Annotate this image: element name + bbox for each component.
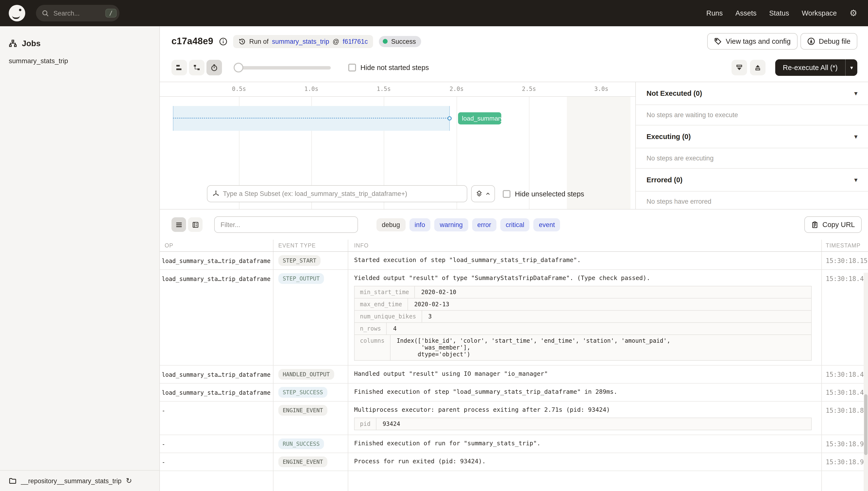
log-timestamp: 15:30:18.442 <box>826 371 868 378</box>
event-type-pill: ENGINE_EVENT <box>278 457 328 467</box>
metadata-key: n_rows <box>354 323 387 335</box>
metadata-key: num_unique_bikes <box>354 311 422 322</box>
run-id: c17a48e9 <box>172 36 213 47</box>
reexecute-split-button: Re-execute All (*) ▾ <box>775 59 857 76</box>
metadata-value: 3 <box>422 311 438 322</box>
log-filter-input[interactable] <box>214 216 358 233</box>
chip-info[interactable]: info <box>409 218 431 231</box>
log-message: Process for run exited (pid: 93424). <box>354 458 815 465</box>
collapse-all-button[interactable] <box>750 60 765 75</box>
reload-repository-icon[interactable]: ↻ <box>126 476 132 485</box>
dagster-logo-icon[interactable] <box>9 5 25 21</box>
log-list-view-button[interactable] <box>172 217 186 232</box>
chip-warning[interactable]: warning <box>434 218 468 231</box>
log-section: debug info warning error critical event … <box>160 209 868 491</box>
chip-debug[interactable]: debug <box>376 218 405 231</box>
info-icon[interactable] <box>219 37 227 46</box>
chip-event[interactable]: event <box>534 218 560 231</box>
section-executing[interactable]: Executing (0) ▾ <box>636 125 868 148</box>
nav-assets[interactable]: Assets <box>735 9 756 17</box>
log-scrollbar-thumb[interactable] <box>864 394 868 455</box>
gantt-step-load-summary[interactable]: load_summary_stats_trip_dataframe <box>458 112 501 124</box>
view-tags-config-button[interactable]: View tags and config <box>707 33 797 50</box>
run-of-tag: Run of summary_stats_trip @ f61f761c <box>233 35 373 48</box>
hide-not-started-label: Hide not started steps <box>361 64 429 71</box>
section-not-executed[interactable]: Not Executed (0) ▾ <box>636 82 868 105</box>
section-errored[interactable]: Errored (0) ▾ <box>636 169 868 192</box>
timed-view-button[interactable] <box>207 60 222 75</box>
zoom-slider[interactable] <box>234 60 331 75</box>
hide-unselected-checkbox[interactable] <box>503 190 510 198</box>
main-area: c17a48e9 Run of summary_stats_trip @ f61… <box>160 26 868 491</box>
op-selector-icon <box>212 190 220 197</box>
metadata-row: num_unique_bikes 3 <box>354 310 811 322</box>
metadata-table: pid 93424 <box>354 417 812 430</box>
metadata-value: 4 <box>387 323 403 335</box>
log-scrollbar[interactable] <box>864 273 868 491</box>
log-message: Yielded output "result" of type "Summary… <box>354 274 815 282</box>
chip-critical[interactable]: critical <box>500 218 530 231</box>
step-subset-field[interactable] <box>207 185 467 202</box>
gantt-region: 0.5s 1.0s 1.5s 2.0s 2.5s 3.0s <box>160 82 868 209</box>
gantt-chart: 0.5s 1.0s 1.5s 2.0s 2.5s 3.0s <box>160 82 636 209</box>
op-name: - <box>162 459 165 466</box>
job-link[interactable]: summary_stats_trip <box>272 38 329 45</box>
log-timestamp: 15:30:18.152 <box>826 257 868 264</box>
metadata-value: 2020-02-13 <box>408 298 456 310</box>
metadata-key: columns <box>354 335 390 360</box>
expand-all-button[interactable] <box>731 60 747 75</box>
log-row: - ENGINE_EVENT Multiprocess executor: pa… <box>160 402 868 435</box>
reexecute-all-button[interactable]: Re-execute All (*) <box>775 59 845 76</box>
log-row: - ENGINE_EVENT Process for run exited (p… <box>160 453 868 471</box>
event-type-pill: RUN_SUCCESS <box>278 438 324 449</box>
status-label: Success <box>391 38 416 45</box>
col-timestamp: TIMESTAMP <box>822 240 868 251</box>
repository-name: __repository__summary_stats_trip <box>21 477 121 485</box>
global-search-input[interactable]: Search... / <box>36 5 120 21</box>
op-name: load_summary_sta…trip_dataframe <box>162 276 271 283</box>
metadata-row: columns Index(['bike_id', 'color', 'star… <box>354 335 811 360</box>
axis-tick: 2.5s <box>522 86 536 92</box>
step-subset-input[interactable] <box>223 190 462 197</box>
event-type-pill: STEP_SUCCESS <box>278 387 328 398</box>
step-status-panel: Not Executed (0) ▾ No steps are waiting … <box>636 82 868 209</box>
debug-file-button[interactable]: Debug file <box>800 33 857 50</box>
zoom-slider-track[interactable] <box>234 66 331 69</box>
nav-runs[interactable]: Runs <box>706 9 723 17</box>
event-type-pill: STEP_OUTPUT <box>278 273 324 284</box>
metadata-row: max_end_time 2020-02-13 <box>354 298 811 310</box>
history-icon <box>239 38 246 45</box>
copy-url-button[interactable]: Copy URL <box>804 216 862 233</box>
op-name: - <box>162 441 165 448</box>
search-icon <box>42 9 49 17</box>
snapshot-link[interactable]: f61f761c <box>343 38 368 45</box>
nav-status[interactable]: Status <box>769 9 789 17</box>
hide-unselected-row: Hide unselected steps <box>503 190 584 198</box>
debug-file-label: Debug file <box>819 37 850 45</box>
caret-down-icon: ▾ <box>855 90 857 97</box>
waterfall-view-button[interactable] <box>189 60 205 75</box>
run-header: c17a48e9 Run of summary_stats_trip @ f61… <box>160 26 868 54</box>
folder-icon <box>9 477 17 485</box>
download-circle-icon <box>807 37 815 45</box>
section-title: Errored (0) <box>647 176 682 184</box>
zoom-slider-thumb[interactable] <box>234 63 243 73</box>
log-timestamp: 15:30:18.451 <box>826 389 868 396</box>
log-message: Finished execution of step "load_summary… <box>354 388 815 395</box>
hide-not-started-checkbox[interactable] <box>348 64 356 71</box>
nav-workspace[interactable]: Workspace <box>802 9 837 17</box>
chip-error[interactable]: error <box>472 218 496 231</box>
log-timestamp: 15:30:18.925 <box>826 458 868 466</box>
section-title: Executing (0) <box>647 133 691 141</box>
reexecute-dropdown-caret[interactable]: ▾ <box>845 59 857 76</box>
metadata-row: n_rows 4 <box>354 322 811 335</box>
settings-gear-icon[interactable]: ⚙ <box>849 9 857 18</box>
col-op: OP <box>160 240 274 251</box>
sidebar-item-summary-stats-trip[interactable]: summary_stats_trip <box>0 53 159 68</box>
gantt-toolbar: Hide not started steps Re-execute All (*… <box>160 54 868 82</box>
flat-view-button[interactable] <box>172 60 187 75</box>
op-name: load_summary_sta…trip_dataframe <box>162 389 271 396</box>
log-structured-view-button[interactable] <box>188 217 203 232</box>
subset-apply-button[interactable] <box>471 185 495 202</box>
event-type-pill: HANDLED_OUTPUT <box>278 369 334 380</box>
